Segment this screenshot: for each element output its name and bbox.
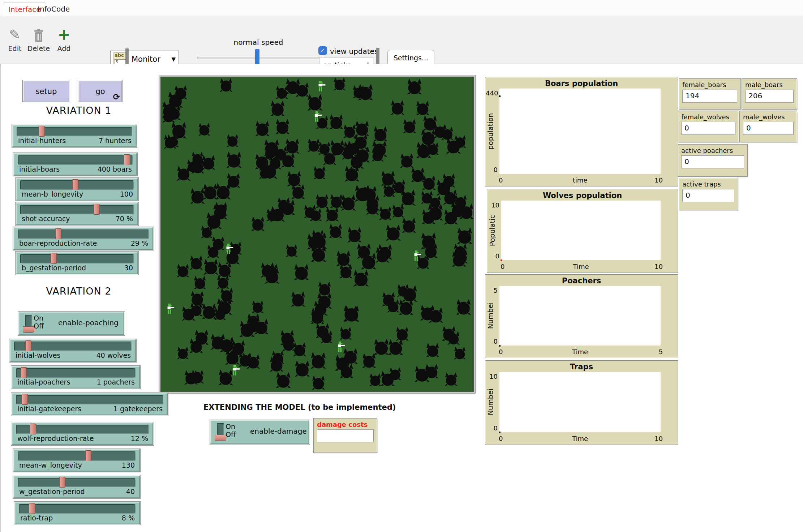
plot-title: Boars population [486, 79, 677, 88]
slider-initial-boars[interactable]: initial-boars400 boars [13, 153, 137, 176]
monitor-value: 206 [745, 90, 794, 103]
boar-sprite [329, 224, 342, 238]
boar-sprite [227, 134, 239, 147]
edit-button[interactable]: ✎ Edit [2, 26, 27, 52]
slider-handle[interactable] [30, 424, 36, 434]
add-button[interactable]: + Add [51, 26, 77, 52]
delete-button[interactable]: Delete [26, 26, 51, 52]
slider-handle[interactable] [59, 477, 65, 488]
slider-handle[interactable] [29, 503, 35, 514]
monitor-active-poachers: active poachers0 [678, 145, 747, 176]
plot-y-axis-label: Numbei [486, 286, 494, 346]
monitor-male_boars: male_boars206 [742, 79, 797, 109]
slider-handle[interactable] [22, 394, 28, 405]
tab-code[interactable]: Code [46, 3, 75, 16]
boar-sprite [226, 151, 241, 168]
slider-boar-reproduction-rate[interactable]: boar-reproduction-rate29 % [13, 227, 154, 250]
boar-sprite [190, 256, 203, 270]
monitor-value [317, 429, 374, 442]
trash-icon [26, 26, 51, 44]
slider-initial-wolves[interactable]: initial-wolves40 wolves [9, 339, 136, 362]
slider-value: 1 gatekeepers [113, 405, 163, 413]
slider-mean-b_longevity[interactable]: mean-b_longevity100 [16, 178, 138, 201]
settings-button[interactable]: Settings... [387, 50, 434, 65]
enable-damage-switch[interactable]: On Off enable-damage [210, 420, 310, 445]
dropdown-caret-icon: ▼ [171, 56, 176, 63]
slider-handle[interactable] [72, 179, 78, 190]
boar-sprite [287, 171, 301, 186]
slider-handle[interactable] [39, 126, 45, 137]
speed-slider-track[interactable] [197, 57, 322, 59]
edit-label: Edit [2, 44, 27, 52]
boar-sprite [275, 119, 289, 134]
slider-ratio-trap[interactable]: ratio-trap8 % [14, 502, 140, 525]
plot-pen-point [499, 345, 501, 347]
monitor-label: damage costs [317, 421, 374, 428]
boar-sprite [198, 123, 210, 136]
slider-track [20, 254, 134, 263]
plus-icon: + [51, 26, 77, 44]
slider-shot-accuracy[interactable]: shot-accuracy70 % [16, 202, 138, 226]
monitor-label: active traps [682, 180, 734, 188]
boar-sprite [310, 352, 326, 369]
slider-name: mean-w_longevity [19, 461, 82, 469]
slider-value: 7 hunters [99, 137, 132, 145]
slider-name: b_gestation-period [22, 264, 86, 272]
slider-value: 130 [122, 461, 135, 469]
slider-handle[interactable] [124, 154, 130, 165]
slider-track [14, 342, 132, 351]
view-updates-checkbox[interactable]: ✓ [318, 46, 327, 55]
slider-wolf-reproduction-rate[interactable]: wolf-reproduction-rate12 % [11, 422, 154, 445]
switch-handle[interactable] [23, 326, 34, 332]
slider-name: ratio-trap [20, 514, 53, 522]
boar-sprite [318, 142, 331, 155]
slider-w_gestation-period[interactable]: w_gestation-period40 [13, 475, 140, 498]
plot-pen-point [499, 432, 501, 433]
boar-sprite [286, 244, 297, 257]
boar-sprite [456, 299, 471, 315]
boar-sprite [417, 255, 430, 269]
setup-button[interactable]: setup [23, 80, 70, 102]
plot-y-axis-label: Populatic [488, 201, 496, 260]
slider-handle[interactable] [51, 253, 57, 264]
boar-sprite [343, 124, 356, 138]
slider-b_gestation-period[interactable]: b_gestation-period30 [16, 252, 138, 275]
damage-costs-monitor: damage costs [314, 419, 377, 452]
boar-sprite [347, 227, 362, 243]
slider-mean-w_longevity[interactable]: mean-w_longevity130 [13, 449, 140, 472]
speed-slider-handle[interactable] [255, 49, 259, 66]
plot-traps: TrapsNumbei1000Time10 [485, 361, 678, 445]
boar-sprite [177, 347, 189, 359]
plot-y-axis-label: population [486, 89, 494, 174]
slider-handle[interactable] [55, 228, 61, 239]
slider-name: initial-hunters [18, 137, 66, 145]
boar-sprite [392, 205, 404, 218]
plot-x-max: 5 [652, 348, 663, 356]
hunter-sprite [318, 81, 326, 91]
boar-sprite [445, 372, 458, 386]
boar-sprite [330, 140, 344, 155]
boar-sprite [402, 218, 416, 233]
boar-sprite [355, 121, 369, 136]
boar-sprite [336, 250, 351, 266]
plot-y-max: 5 [486, 287, 498, 294]
world-canvas [160, 77, 474, 391]
boar-sprite [203, 184, 218, 200]
plot-y-min: 0 [486, 166, 498, 173]
monitor-value: 194 [682, 90, 737, 103]
boar-sprite [443, 189, 457, 205]
slider-handle[interactable] [85, 450, 91, 461]
variation1-heading: VARIATION 1 [3, 105, 155, 116]
slider-handle[interactable] [21, 367, 27, 378]
slider-initial-gatekeepers[interactable]: initial-gatekeepers1 gatekeepers [11, 392, 168, 416]
enable-poaching-switch[interactable]: On Off enable-poaching [18, 312, 125, 335]
slider-handle[interactable] [25, 340, 31, 351]
slider-initial-hunters[interactable]: initial-hunters7 hunters [12, 124, 137, 147]
slider-value: 70 % [116, 215, 133, 223]
slider-handle[interactable] [94, 204, 100, 215]
slider-initial-poachers[interactable]: initial-poachers1 poachers [11, 366, 140, 389]
boar-sprite [315, 194, 328, 208]
go-button[interactable]: go ⟳ [78, 80, 123, 102]
plot-pen-point [499, 95, 501, 97]
switch-handle[interactable] [215, 435, 226, 441]
